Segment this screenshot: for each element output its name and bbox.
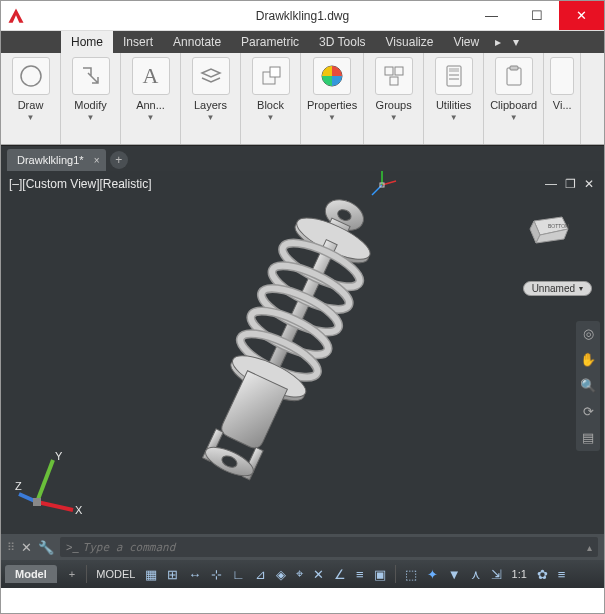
clipboard-icon <box>495 57 533 95</box>
gizmo-toggle[interactable]: ✦ <box>423 567 442 582</box>
orbit-icon[interactable]: ⟳ <box>579 403 597 421</box>
svg-rect-5 <box>395 67 403 75</box>
ribbon: Draw ▼ Modify ▼ A Ann... ▼ Layers ▼ Bloc… <box>1 53 604 145</box>
chevron-up-icon[interactable]: ▴ <box>587 542 592 553</box>
panel-annotation[interactable]: A Ann... ▼ <box>121 53 181 144</box>
svg-rect-47 <box>33 498 41 506</box>
chevron-down-icon: ▼ <box>510 113 518 122</box>
close-icon[interactable]: ✕ <box>21 540 32 555</box>
panel-draw[interactable]: Draw ▼ <box>1 53 61 144</box>
svg-rect-2 <box>270 67 280 77</box>
filter-toggle[interactable]: ▼ <box>444 567 465 582</box>
vp-restore-icon[interactable]: ❐ <box>565 177 576 191</box>
panel-properties[interactable]: Properties ▼ <box>301 53 364 144</box>
drag-handle-icon[interactable]: ⠿ <box>7 541 15 554</box>
chevron-down-icon: ▼ <box>207 113 215 122</box>
tab-3dtools[interactable]: 3D Tools <box>309 31 375 53</box>
chevron-down-icon: ▼ <box>390 113 398 122</box>
showmotion-icon[interactable]: ▤ <box>579 429 597 447</box>
otrack-toggle[interactable]: ∠ <box>330 567 350 582</box>
model-space-tab[interactable]: Model <box>5 565 57 583</box>
command-input-wrap[interactable]: >_ ▴ <box>60 537 598 557</box>
navigation-bar: ◎ ✋ 🔍 ⟳ ▤ <box>576 321 600 451</box>
svg-rect-8 <box>449 68 459 72</box>
document-tab[interactable]: Drawklkling1* × <box>7 149 106 171</box>
tab-annotate[interactable]: Annotate <box>163 31 231 53</box>
close-button[interactable]: ✕ <box>559 1 604 30</box>
vp-close-icon[interactable]: ✕ <box>584 177 594 191</box>
tab-overflow[interactable]: ▾ <box>507 31 525 53</box>
customize-statusbar[interactable]: ≡ <box>554 567 570 582</box>
chevron-down-icon: ▼ <box>328 113 336 122</box>
panel-view-cut[interactable]: Vi... <box>544 53 581 144</box>
maximize-button[interactable]: ☐ <box>514 1 559 30</box>
modelspace-button[interactable]: MODEL <box>92 568 139 580</box>
text-icon: A <box>132 57 170 95</box>
snap-toggle[interactable]: ⊞ <box>163 567 182 582</box>
minimize-button[interactable]: — <box>469 1 514 30</box>
tab-visualize[interactable]: Visualize <box>376 31 444 53</box>
infer-toggle[interactable]: ↔ <box>184 567 205 582</box>
polar-toggle[interactable]: ⊿ <box>251 567 270 582</box>
zoom-icon[interactable]: 🔍 <box>579 377 597 395</box>
app-logo[interactable] <box>1 1 31 31</box>
tab-parametric[interactable]: Parametric <box>231 31 309 53</box>
isodraft-toggle[interactable]: ◈ <box>272 567 290 582</box>
svg-rect-11 <box>507 68 521 85</box>
osnap-toggle[interactable]: ⌖ <box>292 566 307 582</box>
tab-insert[interactable]: Insert <box>113 31 163 53</box>
command-prompt: >_ <box>66 541 79 553</box>
svg-rect-12 <box>510 66 518 70</box>
chevron-down-icon: ▼ <box>267 113 275 122</box>
svg-text:X: X <box>75 504 83 516</box>
tab-scroll-right[interactable]: ▸ <box>489 31 507 53</box>
tab-view[interactable]: View <box>443 31 489 53</box>
panel-groups[interactable]: Groups ▼ <box>364 53 424 144</box>
workspace-switch[interactable]: ✿ <box>533 567 552 582</box>
lineweight-toggle[interactable]: ≡ <box>352 567 368 582</box>
panel-clipboard[interactable]: Clipboard ▼ <box>484 53 544 144</box>
new-tab-button[interactable]: + <box>110 151 128 169</box>
viewcube[interactable]: BOTTOM <box>524 211 574 251</box>
dynamic-input-toggle[interactable]: ⊹ <box>207 567 226 582</box>
selection-cycling[interactable]: ⬚ <box>401 567 421 582</box>
command-bar: ⠿ ✕ 🔧 >_ ▴ <box>1 534 604 560</box>
chevron-down-icon: ▼ <box>147 113 155 122</box>
close-icon[interactable]: × <box>94 155 100 166</box>
svg-text:Y: Y <box>55 450 63 462</box>
chevron-down-icon: ▾ <box>579 284 583 293</box>
ucs-icon[interactable]: X Y Z <box>15 450 85 520</box>
vp-minimize-icon[interactable]: — <box>545 177 557 191</box>
view-name-badge[interactable]: Unnamed ▾ <box>523 281 592 296</box>
svg-line-41 <box>37 502 73 510</box>
panel-block[interactable]: Block ▼ <box>241 53 301 144</box>
color-wheel-icon <box>313 57 351 95</box>
3dosnap-toggle[interactable]: ✕ <box>309 567 328 582</box>
ribbon-tabs: Home Insert Annotate Parametric 3D Tools… <box>1 31 604 53</box>
svg-rect-6 <box>390 77 398 85</box>
add-layout-button[interactable]: + <box>63 568 81 580</box>
panel-layers[interactable]: Layers ▼ <box>181 53 241 144</box>
panel-utilities[interactable]: Utilities ▼ <box>424 53 484 144</box>
panel-modify[interactable]: Modify ▼ <box>61 53 121 144</box>
chevron-down-icon: ▼ <box>27 113 35 122</box>
autoscale-toggle[interactable]: ⇲ <box>487 567 506 582</box>
groups-icon <box>375 57 413 95</box>
pan-icon[interactable]: ✋ <box>579 351 597 369</box>
svg-rect-4 <box>385 67 393 75</box>
customize-icon[interactable]: 🔧 <box>38 540 54 555</box>
command-input[interactable] <box>83 541 587 554</box>
drawing-viewport[interactable]: [–][Custom View][Realistic] — ❐ ✕ BOTTOM… <box>1 171 604 534</box>
ortho-toggle[interactable]: ∟ <box>228 567 249 582</box>
grid-toggle[interactable]: ▦ <box>141 567 161 582</box>
layers-icon <box>192 57 230 95</box>
svg-line-43 <box>37 460 53 502</box>
chevron-down-icon: ▼ <box>87 113 95 122</box>
annotation-scale[interactable]: 1:1 <box>508 568 531 580</box>
more-icon <box>550 57 574 95</box>
tab-home[interactable]: Home <box>61 31 113 53</box>
transparency-toggle[interactable]: ▣ <box>370 567 390 582</box>
full-nav-wheel-icon[interactable]: ◎ <box>579 325 597 343</box>
title-bar: Drawklkling1.dwg — ☐ ✕ <box>1 1 604 31</box>
annotation-visibility[interactable]: ⋏ <box>467 567 485 582</box>
